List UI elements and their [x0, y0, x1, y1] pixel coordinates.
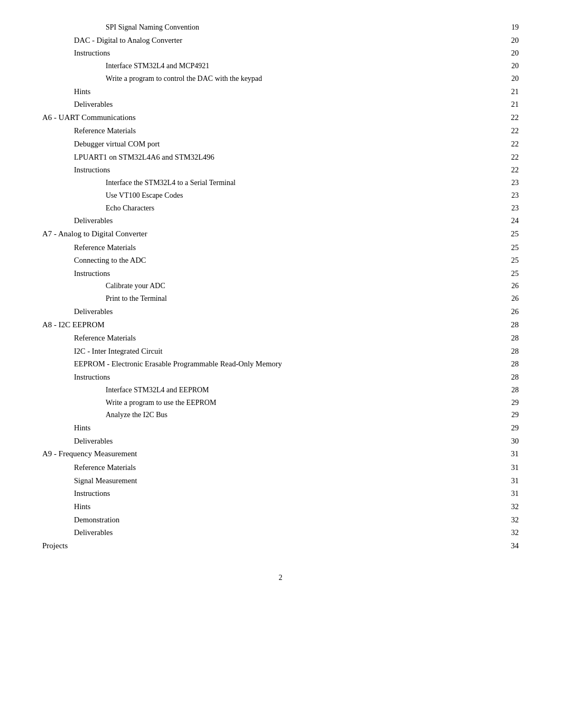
toc-entry-text: Connecting to the ADC: [74, 254, 503, 267]
toc-entry-page: 31: [503, 447, 519, 461]
toc-entry-page: 25: [503, 254, 519, 267]
toc-entry: Connecting to the ADC25: [74, 254, 519, 267]
toc-entry-text: Instructions: [74, 371, 503, 384]
toc-entry: Projects34: [42, 539, 519, 553]
toc-entry-text: A8 - I2C EEPROM: [42, 318, 503, 332]
toc-entry-page: 25: [503, 227, 519, 241]
toc-entry-text: Deliverables: [74, 98, 503, 111]
toc-entry-text: Deliverables: [74, 214, 503, 227]
toc-entry: Write a program to control the DAC with …: [106, 72, 519, 85]
toc-entry: A8 - I2C EEPROM28: [42, 318, 519, 332]
toc-entry-text: Use VT100 Escape Codes: [106, 189, 503, 202]
toc-entry-text: LPUART1 on STM32L4A6 and STM32L496: [74, 151, 503, 164]
toc-entry: Instructions28: [74, 371, 519, 384]
toc-entry-page: 22: [503, 124, 519, 137]
toc-entry: Interface STM32L4 and EEPROM28: [106, 384, 519, 397]
toc-entry: Interface the STM32L4 to a Serial Termin…: [106, 177, 519, 189]
toc-entry-page: 20: [503, 60, 519, 72]
page-footer: 2: [42, 574, 519, 582]
toc-entry-text: Instructions: [74, 47, 503, 60]
toc-entry-text: Reference Materials: [74, 331, 503, 345]
toc-entry-page: 29: [503, 421, 519, 435]
toc-entry-text: Hints: [74, 421, 503, 435]
toc-container: SPI Signal Naming Convention19DAC - Digi…: [42, 21, 519, 552]
toc-entry: Signal Measurement31: [74, 474, 519, 487]
toc-entry-page: 20: [503, 34, 519, 47]
toc-entry-text: Instructions: [74, 163, 503, 177]
toc-entry-page: 21: [503, 85, 519, 98]
toc-entry-page: 24: [503, 214, 519, 227]
toc-entry-page: 23: [503, 177, 519, 189]
toc-entry-page: 29: [503, 409, 519, 421]
toc-entry-text: Reference Materials: [74, 241, 503, 254]
toc-entry: Instructions20: [74, 47, 519, 60]
toc-entry-page: 20: [503, 47, 519, 60]
toc-entry-text: Debugger virtual COM port: [74, 137, 503, 151]
toc-entry-text: Reference Materials: [74, 461, 503, 474]
toc-entry-text: Deliverables: [74, 526, 503, 539]
toc-entry: Analyze the I2C Bus29: [106, 409, 519, 421]
toc-entry: SPI Signal Naming Convention19: [106, 21, 519, 34]
toc-entry-page: 26: [503, 280, 519, 292]
toc-entry-page: 31: [503, 461, 519, 474]
toc-entry: DAC - Digital to Analog Converter20: [74, 34, 519, 47]
toc-entry-page: 32: [503, 500, 519, 513]
toc-entry: Hints29: [74, 421, 519, 435]
toc-entry: Reference Materials25: [74, 241, 519, 254]
toc-entry: Interface STM32L4 and MCP492120: [106, 60, 519, 72]
toc-entry-text: Interface STM32L4 and MCP4921: [106, 60, 503, 72]
toc-entry-page: 31: [503, 487, 519, 500]
toc-entry: Write a program to use the EEPROM29: [106, 397, 519, 409]
toc-entry-text: A7 - Analog to Digital Converter: [42, 227, 503, 241]
page-number: 2: [279, 574, 283, 582]
toc-entry: Deliverables24: [74, 214, 519, 227]
toc-entry: Reference Materials28: [74, 331, 519, 345]
toc-entry-page: 30: [503, 435, 519, 448]
toc-entry: LPUART1 on STM32L4A6 and STM32L49622: [74, 151, 519, 164]
toc-entry: A7 - Analog to Digital Converter25: [42, 227, 519, 241]
toc-entry: Deliverables21: [74, 98, 519, 111]
toc-entry-page: 22: [503, 111, 519, 125]
toc-entry-page: 25: [503, 241, 519, 254]
toc-entry-page: 28: [503, 345, 519, 358]
toc-entry-page: 28: [503, 371, 519, 384]
toc-entry-text: Interface the STM32L4 to a Serial Termin…: [106, 177, 503, 189]
toc-entry: Calibrate your ADC26: [106, 280, 519, 292]
toc-entry-text: DAC - Digital to Analog Converter: [74, 34, 503, 47]
toc-entry: Deliverables30: [74, 435, 519, 448]
toc-entry-page: 22: [503, 163, 519, 177]
toc-entry-page: 28: [503, 318, 519, 332]
toc-entry-text: Hints: [74, 85, 503, 98]
toc-entry: Reference Materials22: [74, 124, 519, 137]
toc-entry: Instructions25: [74, 267, 519, 280]
toc-entry-page: 29: [503, 397, 519, 409]
toc-entry-text: I2C - Inter Integrated Circuit: [74, 345, 503, 358]
toc-entry-text: Interface STM32L4 and EEPROM: [106, 384, 503, 397]
toc-entry-text: Write a program to control the DAC with …: [106, 72, 503, 85]
toc-entry-page: 25: [503, 267, 519, 280]
toc-entry-text: Echo Characters: [106, 202, 503, 215]
toc-entry: Deliverables32: [74, 526, 519, 539]
toc-entry-text: SPI Signal Naming Convention: [106, 21, 503, 34]
toc-entry-page: 23: [503, 202, 519, 215]
toc-entry-text: Print to the Terminal: [106, 292, 503, 305]
toc-entry-page: 26: [503, 305, 519, 318]
toc-entry: Print to the Terminal26: [106, 292, 519, 305]
toc-entry-page: 31: [503, 474, 519, 487]
toc-entry-text: Reference Materials: [74, 124, 503, 137]
toc-entry-text: Projects: [42, 539, 503, 553]
toc-entry: Hints32: [74, 500, 519, 513]
toc-entry: Reference Materials31: [74, 461, 519, 474]
toc-entry: Demonstration32: [74, 513, 519, 527]
toc-entry-text: Deliverables: [74, 305, 503, 318]
toc-entry: Deliverables26: [74, 305, 519, 318]
toc-entry: Use VT100 Escape Codes23: [106, 189, 519, 202]
toc-entry-page: 34: [503, 539, 519, 553]
toc-entry-page: 28: [503, 331, 519, 345]
toc-entry-page: 28: [503, 384, 519, 397]
toc-entry-text: Instructions: [74, 267, 503, 280]
toc-entry-page: 22: [503, 151, 519, 164]
toc-entry-page: 28: [503, 357, 519, 371]
toc-entry: Instructions22: [74, 163, 519, 177]
toc-entry: Instructions31: [74, 487, 519, 500]
